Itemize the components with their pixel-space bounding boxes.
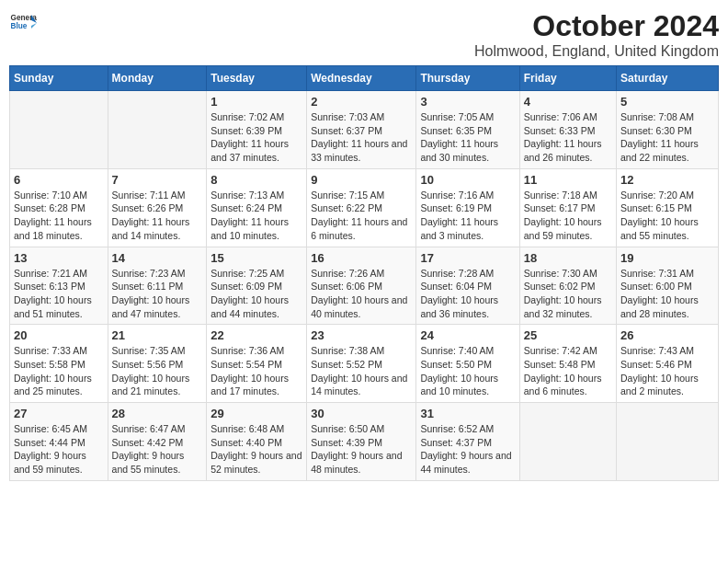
day-number: 2 [311,95,412,109]
calendar-day: 31 Sunrise: 6:52 AMSunset: 4:37 PMDaylig… [416,403,519,481]
calendar-day: 11 Sunrise: 7:18 AMSunset: 6:17 PMDaylig… [519,168,616,247]
calendar-day: 9 Sunrise: 7:15 AMSunset: 6:22 PMDayligh… [307,168,416,247]
day-number: 16 [311,251,412,265]
day-number: 22 [210,328,302,342]
calendar-day: 20 Sunrise: 7:33 AMSunset: 5:58 PMDaylig… [10,325,108,403]
day-detail: Sunrise: 7:08 AMSunset: 6:30 PMDaylight:… [620,110,714,165]
header-friday: Friday [519,66,616,91]
day-detail: Sunrise: 7:20 AMSunset: 6:15 PMDaylight:… [620,189,714,243]
calendar-day [519,403,616,481]
day-detail: Sunrise: 7:28 AMSunset: 6:04 PMDaylight:… [420,267,515,321]
day-number: 30 [311,407,412,420]
calendar-day: 3 Sunrise: 7:05 AMSunset: 6:35 PMDayligh… [416,91,519,169]
day-number: 31 [420,407,515,420]
day-detail: Sunrise: 7:25 AMSunset: 6:09 PMDaylight:… [210,267,302,321]
day-detail: Sunrise: 6:47 AMSunset: 4:42 PMDaylight:… [112,422,203,477]
calendar-day: 19 Sunrise: 7:31 AMSunset: 6:00 PMDaylig… [617,247,719,325]
day-number: 19 [620,251,714,265]
day-detail: Sunrise: 7:33 AMSunset: 5:58 PMDaylight:… [14,344,104,398]
day-detail: Sunrise: 7:36 AMSunset: 5:54 PMDaylight:… [210,344,302,398]
calendar-day: 14 Sunrise: 7:23 AMSunset: 6:11 PMDaylig… [108,247,207,325]
calendar-header: Sunday Monday Tuesday Wednesday Thursday… [10,66,719,91]
day-number: 27 [14,407,104,420]
calendar-day: 13 Sunrise: 7:21 AMSunset: 6:13 PMDaylig… [10,247,108,325]
calendar-day: 22 Sunrise: 7:36 AMSunset: 5:54 PMDaylig… [207,325,307,403]
calendar-day: 12 Sunrise: 7:20 AMSunset: 6:15 PMDaylig… [617,168,719,247]
day-detail: Sunrise: 6:45 AMSunset: 4:44 PMDaylight:… [14,422,104,477]
header-monday: Monday [108,66,207,91]
calendar-day: 6 Sunrise: 7:10 AMSunset: 6:28 PMDayligh… [10,168,108,247]
day-number: 28 [112,407,203,420]
day-detail: Sunrise: 7:43 AMSunset: 5:46 PMDaylight:… [620,344,714,398]
header-saturday: Saturday [617,66,719,91]
calendar-day: 16 Sunrise: 7:26 AMSunset: 6:06 PMDaylig… [307,247,416,325]
calendar-table: Sunday Monday Tuesday Wednesday Thursday… [9,65,719,481]
day-number: 15 [210,251,302,265]
day-number: 7 [112,173,203,187]
page-subtitle: Holmwood, England, United Kingdom [474,43,719,60]
day-number: 26 [620,328,714,342]
day-number: 8 [210,173,302,187]
calendar-day: 18 Sunrise: 7:30 AMSunset: 6:02 PMDaylig… [519,247,616,325]
calendar-day: 2 Sunrise: 7:03 AMSunset: 6:37 PMDayligh… [307,91,416,169]
day-number: 11 [524,173,612,187]
day-detail: Sunrise: 6:50 AMSunset: 4:39 PMDaylight:… [311,422,412,477]
day-detail: Sunrise: 7:23 AMSunset: 6:11 PMDaylight:… [112,267,203,321]
day-number: 25 [524,328,612,342]
calendar-day: 15 Sunrise: 7:25 AMSunset: 6:09 PMDaylig… [207,247,307,325]
svg-text:Blue: Blue [11,22,28,30]
day-detail: Sunrise: 7:02 AMSunset: 6:39 PMDaylight:… [210,110,302,165]
calendar-day [10,91,108,169]
day-number: 18 [524,251,612,265]
day-detail: Sunrise: 7:15 AMSunset: 6:22 PMDaylight:… [311,189,412,243]
logo: General Blue [9,9,37,37]
calendar-day: 5 Sunrise: 7:08 AMSunset: 6:30 PMDayligh… [617,91,719,169]
day-number: 10 [420,173,515,187]
calendar-week-1: 1 Sunrise: 7:02 AMSunset: 6:39 PMDayligh… [10,91,719,169]
calendar-day: 4 Sunrise: 7:06 AMSunset: 6:33 PMDayligh… [519,91,616,169]
calendar-day: 23 Sunrise: 7:38 AMSunset: 5:52 PMDaylig… [307,325,416,403]
page-title: October 2024 [474,9,719,43]
day-number: 13 [14,251,104,265]
page-header: General Blue October 2024 Holmwood, Engl… [9,9,719,60]
day-detail: Sunrise: 7:31 AMSunset: 6:00 PMDaylight:… [620,267,714,321]
day-detail: Sunrise: 7:42 AMSunset: 5:48 PMDaylight:… [524,344,612,398]
day-detail: Sunrise: 7:05 AMSunset: 6:35 PMDaylight:… [420,110,515,165]
header-tuesday: Tuesday [207,66,307,91]
day-detail: Sunrise: 7:18 AMSunset: 6:17 PMDaylight:… [524,189,612,243]
calendar-day: 24 Sunrise: 7:40 AMSunset: 5:50 PMDaylig… [416,325,519,403]
day-detail: Sunrise: 7:30 AMSunset: 6:02 PMDaylight:… [524,267,612,321]
day-number: 29 [210,407,302,420]
calendar-day: 26 Sunrise: 7:43 AMSunset: 5:46 PMDaylig… [617,325,719,403]
day-detail: Sunrise: 7:26 AMSunset: 6:06 PMDaylight:… [311,267,412,321]
title-area: October 2024 Holmwood, England, United K… [474,9,719,60]
day-number: 9 [311,173,412,187]
day-detail: Sunrise: 7:40 AMSunset: 5:50 PMDaylight:… [420,344,515,398]
day-number: 24 [420,328,515,342]
day-detail: Sunrise: 7:16 AMSunset: 6:19 PMDaylight:… [420,189,515,243]
day-detail: Sunrise: 7:21 AMSunset: 6:13 PMDaylight:… [14,267,104,321]
day-number: 6 [14,173,104,187]
calendar-day: 29 Sunrise: 6:48 AMSunset: 4:40 PMDaylig… [207,403,307,481]
calendar-day: 17 Sunrise: 7:28 AMSunset: 6:04 PMDaylig… [416,247,519,325]
calendar-day: 28 Sunrise: 6:47 AMSunset: 4:42 PMDaylig… [108,403,207,481]
day-detail: Sunrise: 7:11 AMSunset: 6:26 PMDaylight:… [112,189,203,243]
day-number: 3 [420,95,515,109]
day-number: 20 [14,328,104,342]
header-sunday: Sunday [10,66,108,91]
day-detail: Sunrise: 7:35 AMSunset: 5:56 PMDaylight:… [112,344,203,398]
calendar-day: 1 Sunrise: 7:02 AMSunset: 6:39 PMDayligh… [207,91,307,169]
header-thursday: Thursday [416,66,519,91]
day-detail: Sunrise: 7:06 AMSunset: 6:33 PMDaylight:… [524,110,612,165]
day-detail: Sunrise: 6:48 AMSunset: 4:40 PMDaylight:… [210,422,302,477]
calendar-day: 8 Sunrise: 7:13 AMSunset: 6:24 PMDayligh… [207,168,307,247]
calendar-day [617,403,719,481]
calendar-day: 27 Sunrise: 6:45 AMSunset: 4:44 PMDaylig… [10,403,108,481]
calendar-day [108,91,207,169]
calendar-day: 21 Sunrise: 7:35 AMSunset: 5:56 PMDaylig… [108,325,207,403]
header-row: Sunday Monday Tuesday Wednesday Thursday… [10,66,719,91]
calendar-week-5: 27 Sunrise: 6:45 AMSunset: 4:44 PMDaylig… [10,403,719,481]
day-number: 21 [112,328,203,342]
calendar-week-3: 13 Sunrise: 7:21 AMSunset: 6:13 PMDaylig… [10,247,719,325]
day-detail: Sunrise: 7:03 AMSunset: 6:37 PMDaylight:… [311,110,412,165]
